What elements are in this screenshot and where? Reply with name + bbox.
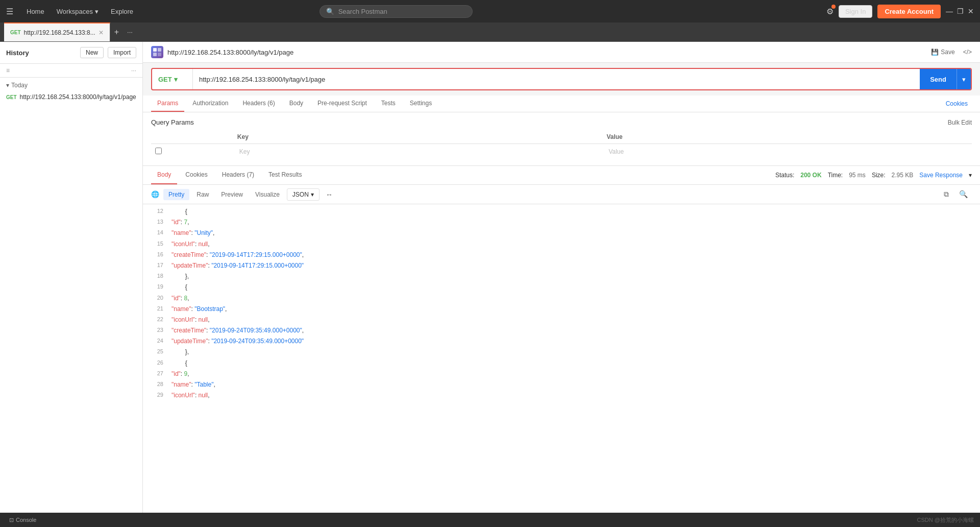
code-line-12: 12 { [143, 206, 980, 217]
code-line-23: 23 "createTime": "2019-09-24T09:35:49.00… [143, 325, 980, 336]
hamburger-icon[interactable]: ☰ [6, 7, 13, 16]
svg-rect-3 [158, 53, 161, 56]
more-tabs-button[interactable]: ··· [123, 28, 137, 36]
chevron-down-icon: ▾ [174, 76, 178, 83]
restore-button[interactable]: ❐ [957, 7, 964, 15]
request-icon [151, 46, 163, 58]
code-line-22: 22 "iconUrl": null, [143, 315, 980, 325]
nav-item-workspaces[interactable]: Workspaces ▾ [52, 6, 104, 17]
content-area: http://192.168.254.133:8000/ly/tag/v1/pa… [143, 42, 980, 513]
nav-item-home[interactable]: Home [21, 6, 50, 17]
tab-url: http://192.168.254.133:8... [24, 29, 95, 36]
value-header: Value [602, 130, 972, 144]
send-dropdown-button[interactable]: ▾ [957, 69, 971, 89]
format-tab-preview[interactable]: Preview [216, 189, 248, 200]
save-button[interactable]: 💾 Save [927, 46, 959, 58]
status-label: Status: [775, 172, 794, 179]
bulk-edit-button[interactable]: Bulk Edit [948, 119, 972, 126]
params-title: Query Params [151, 118, 194, 126]
new-button[interactable]: New [80, 47, 104, 58]
code-line-29: 29 "iconUrl": null, [143, 390, 980, 401]
url-bar: GET ▾ Send ▾ [151, 68, 972, 90]
history-item-0[interactable]: GET http://192.168.254.133:8000/ly/tag/v… [0, 91, 142, 103]
add-tab-button[interactable]: + [110, 28, 123, 37]
save-response-chevron[interactable]: ▾ [969, 172, 972, 179]
sidebar-filter: ≡ ··· [0, 64, 142, 78]
resp-tab-body[interactable]: Body [151, 166, 177, 184]
param-key-input[interactable] [237, 146, 599, 157]
request-tabs: Params Authorization Headers (6) Body Pr… [143, 95, 980, 112]
method-selector[interactable]: GET ▾ [152, 69, 193, 89]
search-icon: 🔍 [326, 8, 334, 15]
format-tab-pretty[interactable]: Pretty [163, 189, 189, 200]
cookies-link[interactable]: Cookies [942, 96, 972, 111]
svg-rect-1 [158, 48, 161, 52]
tab-tests[interactable]: Tests [375, 95, 402, 112]
format-bar: 🌐 Pretty Raw Preview Visualize JSON ▾ ↔ … [143, 185, 980, 204]
code-line-18: 18 }, [143, 271, 980, 282]
tab-settings[interactable]: Settings [404, 95, 438, 112]
param-row-empty [151, 144, 972, 160]
topbar-nav: Home Workspaces ▾ Explore [21, 6, 138, 17]
request-url-display: http://192.168.254.133:8000/ly/tag/v1/pa… [167, 49, 293, 56]
search-input[interactable] [338, 8, 466, 15]
request-header-left: http://192.168.254.133:8000/ly/tag/v1/pa… [151, 46, 293, 58]
url-input[interactable] [193, 69, 920, 89]
format-selector-dropdown[interactable]: JSON ▾ [287, 188, 320, 201]
close-button[interactable]: ✕ [968, 7, 974, 15]
notification-badge [831, 5, 836, 9]
format-tab-visualize[interactable]: Visualize [250, 189, 285, 200]
format-tab-raw[interactable]: Raw [191, 189, 214, 200]
send-button[interactable]: Send [920, 69, 957, 89]
code-line-20: 20 "id": 8, [143, 293, 980, 304]
params-section: Query Params Bulk Edit Key Value [143, 112, 980, 165]
code-line-28: 28 "name": "Table", [143, 379, 980, 390]
response-area: Body Cookies Headers (7) Test Results St… [143, 165, 980, 513]
code-line-25: 25 }, [143, 347, 980, 357]
tab-item-0[interactable]: GET http://192.168.254.133:8... ✕ [4, 22, 110, 41]
wrap-button[interactable]: ↔ [322, 188, 337, 201]
resp-tab-headers[interactable]: Headers (7) [216, 166, 260, 184]
request-header-right: 💾 Save </> [927, 46, 972, 58]
globe-icon: 🌐 [151, 190, 159, 198]
statusbar: ⊡ Console CSDN @拾荒的小海螺 [0, 513, 980, 527]
save-response-button[interactable]: Save Response [919, 172, 963, 179]
search-response-button[interactable]: 🔍 [955, 188, 972, 201]
settings-button[interactable]: ⚙ [826, 7, 834, 16]
sidebar-header: History New Import [0, 42, 142, 64]
tab-body[interactable]: Body [283, 95, 309, 112]
filter-icon[interactable]: ≡ [6, 67, 10, 74]
code-button[interactable]: </> [963, 49, 972, 56]
watermark: CSDN @拾荒的小海螺 [917, 516, 974, 524]
params-header: Query Params Bulk Edit [151, 118, 972, 126]
tab-authorization[interactable]: Authorization [186, 95, 234, 112]
param-value-input[interactable] [606, 146, 968, 157]
tab-method: GET [10, 30, 21, 35]
more-history-icon[interactable]: ··· [131, 67, 136, 74]
chevron-down-icon: ▾ [6, 82, 9, 89]
search-bar[interactable]: 🔍 [320, 5, 473, 18]
statusbar-left: ⊡ Console [6, 516, 39, 524]
create-account-button[interactable]: Create Account [877, 5, 941, 18]
window-controls: — ❐ ✕ [946, 7, 974, 15]
topbar: ☰ Home Workspaces ▾ Explore 🔍 ⚙ Sign In … [0, 0, 980, 22]
copy-button[interactable]: ⧉ [940, 188, 953, 201]
tab-headers[interactable]: Headers (6) [236, 95, 281, 112]
save-icon: 💾 [931, 49, 939, 56]
signin-button[interactable]: Sign In [839, 5, 872, 18]
time-label: Time: [828, 172, 843, 179]
method-badge: GET [6, 94, 17, 100]
minimize-button[interactable]: — [946, 7, 953, 15]
console-button[interactable]: ⊡ Console [6, 516, 39, 524]
tab-pre-request-script[interactable]: Pre-request Script [311, 95, 373, 112]
svg-rect-0 [153, 48, 157, 52]
tab-close-icon[interactable]: ✕ [99, 29, 104, 36]
nav-item-explore[interactable]: Explore [106, 6, 138, 17]
tabbar: GET http://192.168.254.133:8... ✕ + ··· [0, 22, 980, 42]
param-checkbox[interactable] [155, 148, 162, 154]
import-button[interactable]: Import [108, 47, 136, 58]
tab-params[interactable]: Params [151, 95, 184, 112]
key-header: Key [233, 130, 603, 144]
resp-tab-test-results[interactable]: Test Results [262, 166, 308, 184]
resp-tab-cookies[interactable]: Cookies [179, 166, 213, 184]
